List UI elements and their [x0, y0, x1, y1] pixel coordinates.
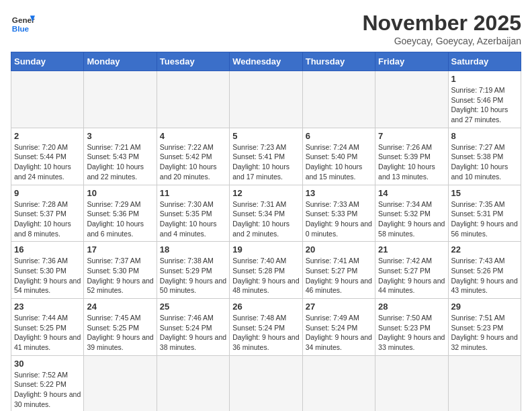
calendar-day — [448, 355, 521, 411]
calendar-day: 17Sunrise: 7:37 AM Sunset: 5:30 PM Dayli… — [84, 242, 157, 299]
calendar-day: 3Sunrise: 7:21 AM Sunset: 5:43 PM Daylig… — [84, 128, 157, 185]
calendar-day: 18Sunrise: 7:38 AM Sunset: 5:29 PM Dayli… — [157, 242, 229, 299]
day-info: Sunrise: 7:29 AM Sunset: 5:36 PM Dayligh… — [87, 199, 153, 239]
day-number: 8 — [451, 131, 518, 141]
day-number: 18 — [160, 244, 226, 255]
day-number: 28 — [378, 302, 445, 312]
day-number: 30 — [14, 359, 81, 369]
calendar-day: 29Sunrise: 7:51 AM Sunset: 5:23 PM Dayli… — [448, 299, 521, 356]
col-header-tuesday: Tuesday — [157, 52, 229, 71]
day-info: Sunrise: 7:38 AM Sunset: 5:29 PM Dayligh… — [160, 256, 226, 295]
day-info: Sunrise: 7:48 AM Sunset: 5:24 PM Dayligh… — [232, 313, 299, 353]
day-info: Sunrise: 7:33 AM Sunset: 5:33 PM Dayligh… — [306, 199, 372, 239]
day-info: Sunrise: 7:30 AM Sunset: 5:35 PM Dayligh… — [160, 199, 226, 239]
location: Goeycay, Goeycay, Azerbaijan — [362, 36, 521, 46]
day-info: Sunrise: 7:24 AM Sunset: 5:40 PM Dayligh… — [306, 142, 372, 182]
col-header-friday: Friday — [375, 52, 448, 71]
day-info: Sunrise: 7:44 AM Sunset: 5:25 PM Dayligh… — [14, 313, 81, 353]
calendar-week-row: 23Sunrise: 7:44 AM Sunset: 5:25 PM Dayli… — [11, 299, 521, 356]
day-number: 6 — [306, 131, 372, 141]
logo: General Blue — [11, 11, 35, 35]
page-header: General Blue November 2025 Goeycay, Goey… — [11, 11, 521, 46]
calendar-day — [302, 71, 375, 128]
calendar-day: 26Sunrise: 7:48 AM Sunset: 5:24 PM Dayli… — [230, 299, 302, 356]
calendar-day: 16Sunrise: 7:36 AM Sunset: 5:30 PM Dayli… — [11, 242, 84, 299]
month-title: November 2025 — [362, 11, 521, 36]
day-info: Sunrise: 7:22 AM Sunset: 5:42 PM Dayligh… — [160, 142, 226, 182]
calendar-day — [375, 71, 448, 128]
day-info: Sunrise: 7:40 AM Sunset: 5:28 PM Dayligh… — [232, 256, 299, 295]
day-number: 27 — [306, 302, 372, 312]
logo-icon: General Blue — [11, 11, 35, 35]
day-info: Sunrise: 7:27 AM Sunset: 5:38 PM Dayligh… — [451, 142, 518, 182]
calendar-day — [375, 355, 448, 411]
calendar-day: 15Sunrise: 7:35 AM Sunset: 5:31 PM Dayli… — [448, 185, 521, 242]
day-info: Sunrise: 7:43 AM Sunset: 5:26 PM Dayligh… — [451, 256, 518, 295]
day-info: Sunrise: 7:28 AM Sunset: 5:37 PM Dayligh… — [14, 199, 81, 239]
day-number: 10 — [87, 188, 153, 198]
day-info: Sunrise: 7:34 AM Sunset: 5:32 PM Dayligh… — [378, 199, 445, 239]
day-number: 21 — [378, 244, 445, 255]
svg-text:Blue: Blue — [12, 24, 30, 33]
calendar-table: SundayMondayTuesdayWednesdayThursdayFrid… — [11, 52, 521, 411]
day-info: Sunrise: 7:26 AM Sunset: 5:39 PM Dayligh… — [378, 142, 445, 182]
calendar-day: 4Sunrise: 7:22 AM Sunset: 5:42 PM Daylig… — [157, 128, 229, 185]
day-info: Sunrise: 7:52 AM Sunset: 5:22 PM Dayligh… — [14, 370, 81, 410]
calendar-day: 9Sunrise: 7:28 AM Sunset: 5:37 PM Daylig… — [11, 185, 84, 242]
day-info: Sunrise: 7:20 AM Sunset: 5:44 PM Dayligh… — [14, 142, 81, 182]
day-info: Sunrise: 7:46 AM Sunset: 5:24 PM Dayligh… — [160, 313, 226, 353]
calendar-day: 7Sunrise: 7:26 AM Sunset: 5:39 PM Daylig… — [375, 128, 448, 185]
calendar-day — [230, 355, 302, 411]
day-info: Sunrise: 7:19 AM Sunset: 5:46 PM Dayligh… — [451, 85, 518, 125]
calendar-day — [84, 71, 157, 128]
calendar-header-row: SundayMondayTuesdayWednesdayThursdayFrid… — [11, 52, 521, 71]
calendar-day: 2Sunrise: 7:20 AM Sunset: 5:44 PM Daylig… — [11, 128, 84, 185]
day-number: 14 — [378, 188, 445, 198]
day-number: 23 — [14, 302, 81, 312]
day-info: Sunrise: 7:41 AM Sunset: 5:27 PM Dayligh… — [306, 256, 372, 295]
day-number: 19 — [232, 244, 299, 255]
day-number: 26 — [232, 302, 299, 312]
day-info: Sunrise: 7:23 AM Sunset: 5:41 PM Dayligh… — [232, 142, 299, 182]
day-number: 4 — [160, 131, 226, 141]
day-number: 5 — [232, 131, 299, 141]
calendar-day: 19Sunrise: 7:40 AM Sunset: 5:28 PM Dayli… — [230, 242, 302, 299]
title-block: November 2025 Goeycay, Goeycay, Azerbaij… — [362, 11, 521, 46]
day-number: 3 — [87, 131, 153, 141]
calendar-day: 1Sunrise: 7:19 AM Sunset: 5:46 PM Daylig… — [448, 71, 521, 128]
day-number: 15 — [451, 188, 518, 198]
col-header-monday: Monday — [84, 52, 157, 71]
col-header-sunday: Sunday — [11, 52, 84, 71]
day-number: 11 — [160, 188, 226, 198]
calendar-day — [302, 355, 375, 411]
calendar-day: 20Sunrise: 7:41 AM Sunset: 5:27 PM Dayli… — [302, 242, 375, 299]
day-info: Sunrise: 7:42 AM Sunset: 5:27 PM Dayligh… — [378, 256, 445, 295]
calendar-day: 11Sunrise: 7:30 AM Sunset: 5:35 PM Dayli… — [157, 185, 229, 242]
calendar-week-row: 2Sunrise: 7:20 AM Sunset: 5:44 PM Daylig… — [11, 128, 521, 185]
calendar-week-row: 1Sunrise: 7:19 AM Sunset: 5:46 PM Daylig… — [11, 71, 521, 128]
day-number: 7 — [378, 131, 445, 141]
day-info: Sunrise: 7:49 AM Sunset: 5:24 PM Dayligh… — [306, 313, 372, 353]
day-info: Sunrise: 7:51 AM Sunset: 5:23 PM Dayligh… — [451, 313, 518, 353]
calendar-day — [11, 71, 84, 128]
col-header-thursday: Thursday — [302, 52, 375, 71]
calendar-day — [84, 355, 157, 411]
day-number: 12 — [232, 188, 299, 198]
day-number: 1 — [451, 74, 518, 84]
day-number: 16 — [14, 244, 81, 255]
calendar-day: 8Sunrise: 7:27 AM Sunset: 5:38 PM Daylig… — [448, 128, 521, 185]
day-info: Sunrise: 7:45 AM Sunset: 5:25 PM Dayligh… — [87, 313, 153, 353]
calendar-day — [157, 71, 229, 128]
calendar-day: 23Sunrise: 7:44 AM Sunset: 5:25 PM Dayli… — [11, 299, 84, 356]
calendar-day: 30Sunrise: 7:52 AM Sunset: 5:22 PM Dayli… — [11, 355, 84, 411]
calendar-day — [157, 355, 229, 411]
day-info: Sunrise: 7:36 AM Sunset: 5:30 PM Dayligh… — [14, 256, 81, 295]
calendar-day: 22Sunrise: 7:43 AM Sunset: 5:26 PM Dayli… — [448, 242, 521, 299]
calendar-day: 14Sunrise: 7:34 AM Sunset: 5:32 PM Dayli… — [375, 185, 448, 242]
calendar-day: 28Sunrise: 7:50 AM Sunset: 5:23 PM Dayli… — [375, 299, 448, 356]
day-info: Sunrise: 7:37 AM Sunset: 5:30 PM Dayligh… — [87, 256, 153, 295]
day-number: 13 — [306, 188, 372, 198]
calendar-day: 24Sunrise: 7:45 AM Sunset: 5:25 PM Dayli… — [84, 299, 157, 356]
day-number: 17 — [87, 244, 153, 255]
day-number: 22 — [451, 244, 518, 255]
